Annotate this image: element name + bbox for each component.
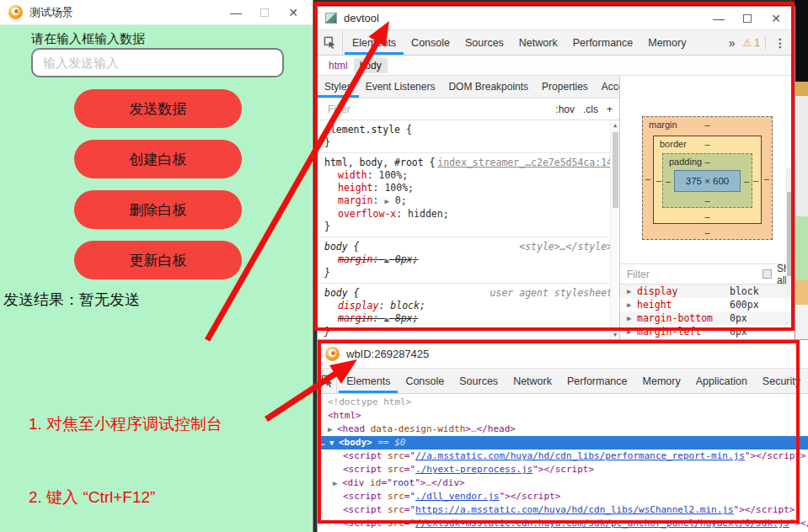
tab-sources[interactable]: Sources <box>458 30 511 55</box>
maximize-button[interactable] <box>254 8 276 17</box>
css-rule-user-agent[interactable]: user agent stylesheet body { display: bl… <box>318 284 619 340</box>
css-property-overridden: margin: ▶ 0px; <box>324 253 613 267</box>
dom-script-line[interactable]: <script src="./hyext-preprocess.js"></sc… <box>318 463 808 476</box>
close-button[interactable]: ✕ <box>282 6 304 19</box>
devtool-minimize-button[interactable]: — <box>708 12 730 25</box>
computed-scrollbar[interactable] <box>786 168 794 295</box>
css-property: width: 100%; <box>324 169 613 182</box>
devtool-close-button[interactable]: ✕ <box>765 12 787 25</box>
dom-body-line-selected[interactable]: …▼<body> == $0 <box>318 436 808 450</box>
dom-div-root-line[interactable]: ▶<div id="root">…</div> <box>318 476 808 490</box>
devtool-maximize-button[interactable] <box>736 14 758 23</box>
box-model-content[interactable]: 375 × 600 <box>674 170 741 192</box>
tab-elements[interactable]: Elements <box>339 369 398 393</box>
box-model-diagram: margin – – – – border – – – – padding – <box>620 76 795 264</box>
annotation-step-1: 1. 对焦至小程序调试控制台 <box>29 412 222 436</box>
new-rule-button[interactable]: + <box>607 104 613 115</box>
dom-tree: <!doctype html> <html> ▶<head data-desig… <box>318 394 808 530</box>
box-model-border[interactable]: border – – – – padding – – – – 375 × 6 <box>653 136 762 224</box>
breadcrumb-html[interactable]: html <box>324 58 352 73</box>
pseudo-state-toggle[interactable]: :hov <box>555 104 575 115</box>
computed-property-row[interactable]: ▶margin-bottom0px <box>620 311 795 325</box>
dom-script-line[interactable]: <script src="https://a.msstatic.com/huya… <box>318 503 808 517</box>
wb-main-tabs: Elements Console Sources Network Perform… <box>318 368 808 394</box>
huya-logo-icon <box>8 5 23 19</box>
tab-network[interactable]: Network <box>506 369 559 393</box>
tab-performance[interactable]: Performance <box>565 30 641 55</box>
styles-filter-row: :hov .cls + <box>318 98 619 120</box>
box-model-margin[interactable]: margin – – – – border – – – – padding – <box>642 116 773 240</box>
update-whiteboard-button[interactable]: 更新白板 <box>74 241 242 279</box>
dom-script-line[interactable]: <script src="./dll_vendor.js"></script> <box>318 490 808 503</box>
css-rule-root[interactable]: index_streamer_…c2e7e5d54ca:14 html, bod… <box>318 153 619 237</box>
tab-application[interactable]: Application <box>688 369 755 393</box>
tab-memory[interactable]: Memory <box>635 369 688 393</box>
expand-icon[interactable]: ▶ <box>384 197 388 205</box>
class-toggle[interactable]: .cls <box>583 104 598 115</box>
show-all-checkbox[interactable] <box>763 269 772 279</box>
dom-script-line[interactable]: <script src="//extsdk-msstatic.cdn.huya.… <box>318 517 808 530</box>
delete-whiteboard-button[interactable]: 删除白板 <box>74 190 242 229</box>
computed-filter-input[interactable] <box>627 269 757 280</box>
warning-badge[interactable]: ⚠ 1 <box>743 37 760 49</box>
create-whiteboard-button[interactable]: 创建白板 <box>74 140 242 178</box>
scroll-thumb[interactable] <box>613 132 618 208</box>
minimize-button[interactable]: — <box>225 6 247 19</box>
tab-performance[interactable]: Performance <box>559 369 635 393</box>
tab-sources[interactable]: Sources <box>452 369 506 393</box>
breadcrumb-body[interactable]: body <box>354 58 388 73</box>
inspect-cursor-icon <box>321 375 334 387</box>
styles-filter-input[interactable] <box>324 102 548 117</box>
subtab-styles[interactable]: Styles <box>318 76 359 98</box>
dom-doctype[interactable]: <!doctype html> <box>318 396 808 409</box>
tab-console[interactable]: Console <box>398 369 452 393</box>
tab-elements[interactable]: Elements <box>345 30 404 55</box>
subtab-dom-breakpoints[interactable]: DOM Breakpoints <box>441 76 535 98</box>
collapse-icon[interactable]: ▶ <box>333 476 342 490</box>
subtab-accessibility[interactable]: Accessibility <box>595 76 620 98</box>
stylesheet-link[interactable]: index_streamer_…c2e7e5d54ca:14 <box>437 157 613 169</box>
script-src-link[interactable]: https://a.msstatic.com/huya/hd/cdn_libs/… <box>415 504 734 515</box>
box-model-padding[interactable]: padding – – – – 375 × 600 <box>662 153 752 208</box>
expand-icon[interactable]: ▶ <box>384 256 388 264</box>
inspect-element-button[interactable] <box>318 30 343 55</box>
scroll-thumb[interactable] <box>787 192 793 276</box>
scroll-up-icon[interactable]: ▲ <box>611 122 619 129</box>
annotation-step-2: 2. 键入 “Ctrl+F12” <box>29 485 222 509</box>
css-rule-body-style[interactable]: <style>…</style> body { margin: ▶ 0px; } <box>318 237 619 284</box>
app-window-title: 测试场景 <box>29 5 218 20</box>
scroll-down-icon[interactable]: ▼ <box>611 332 619 338</box>
computed-property-row[interactable]: ▶margin-left0px <box>620 325 795 338</box>
subtab-properties[interactable]: Properties <box>535 76 595 98</box>
dom-head-line[interactable]: ▶<head data-design-width>…</head> <box>318 423 808 436</box>
warning-count: 1 <box>754 37 760 49</box>
element-style-rule[interactable]: element.style { } <box>318 120 619 153</box>
inspect-element-button[interactable] <box>318 369 337 393</box>
expand-icon[interactable]: ▼ <box>329 436 339 450</box>
tab-network[interactable]: Network <box>511 30 565 55</box>
css-property: display: block; <box>324 300 613 312</box>
annotation-steps: 1. 对焦至小程序调试控制台 2. 键入 “Ctrl+F12” 3. 打开白板调… <box>29 363 222 532</box>
dom-html-open[interactable]: <html> <box>318 409 808 423</box>
script-src-link[interactable]: //extsdk-msstatic.cdn.huya.com/sdk/pc_an… <box>415 518 789 529</box>
send-data-button[interactable]: 发送数据 <box>74 89 242 128</box>
send-input[interactable] <box>31 48 284 77</box>
subtab-event-listeners[interactable]: Event Listeners <box>359 76 442 98</box>
expand-icon[interactable]: ▶ <box>384 315 388 323</box>
border-label: border <box>660 139 687 149</box>
dom-script-line[interactable]: <script src="//a.msstatic.com/huya/hd/cd… <box>318 450 808 463</box>
kebab-menu-icon[interactable]: ⋮ <box>771 36 789 50</box>
more-tabs-icon[interactable]: » <box>726 36 738 50</box>
styles-scrollbar[interactable]: ▲ ▼ <box>610 120 619 340</box>
script-src-link[interactable]: ./dll_vendor.js <box>415 491 499 502</box>
input-hint-label: 请在输入框输入数据 <box>31 31 145 47</box>
tab-security[interactable]: Security <box>755 369 808 393</box>
tab-memory[interactable]: Memory <box>640 30 693 55</box>
tab-console[interactable]: Console <box>404 30 458 55</box>
collapse-icon[interactable]: ▶ <box>328 423 337 436</box>
computed-pane: margin – – – – border – – – – padding – <box>620 76 795 340</box>
computed-property-row[interactable]: ▶displayblock <box>620 285 795 298</box>
computed-property-row[interactable]: ▶height600px <box>620 298 795 311</box>
script-src-link[interactable]: //a.msstatic.com/huya/hd/cdn_libs/perfor… <box>415 450 745 461</box>
script-src-link[interactable]: ./hyext-preprocess.js <box>415 464 532 475</box>
